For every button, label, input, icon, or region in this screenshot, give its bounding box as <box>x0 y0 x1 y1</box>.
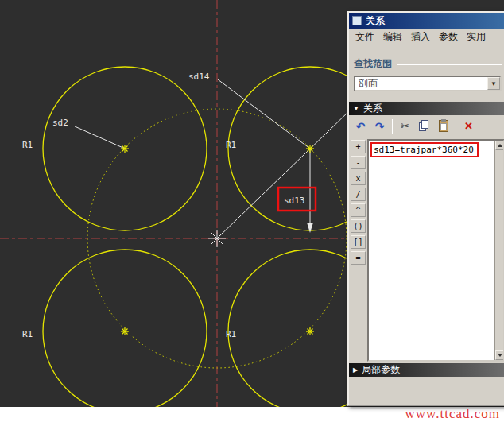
scissors-icon: ✂ <box>401 121 409 131</box>
toolbar-separator <box>456 119 456 134</box>
radius-label-top-right[interactable]: R1 <box>226 140 236 150</box>
paste-button[interactable] <box>434 117 452 135</box>
relations-text-area[interactable]: sd13=trajpar*360*20 <box>367 139 504 362</box>
chevron-down-icon: ▼ <box>490 80 497 87</box>
paste-icon <box>439 120 448 132</box>
watermark-text: www.ttcad.com <box>405 406 500 422</box>
undo-icon: ↶ <box>356 121 366 132</box>
copy-icon <box>419 120 429 132</box>
delete-x-icon: ✕ <box>464 121 473 131</box>
toolbar-separator <box>392 119 393 134</box>
dimension-label-sd13[interactable]: sd13 <box>284 196 305 206</box>
dimension-arrowhead <box>307 223 313 233</box>
application-screen: sd14 sd2 sd13 R1 R1 R1 R1 关系 文件 编辑 插入 参数… <box>0 0 504 426</box>
dimension-label-sd2[interactable]: sd2 <box>52 118 68 128</box>
undo-button[interactable]: ↶ <box>351 117 370 135</box>
copy-button[interactable] <box>415 117 433 135</box>
look-in-group: 查找范围 <box>354 57 502 71</box>
relation-editor: + - x / ^ () [] = sd13=trajpar*360*20 <box>351 139 504 362</box>
relations-section-label: 关系 <box>363 102 382 115</box>
operator-parentheses-button[interactable]: () <box>351 219 366 233</box>
cut-button[interactable]: ✂ <box>396 117 414 135</box>
menu-utilities[interactable]: 实用 <box>463 29 490 45</box>
relations-dialog: 关系 文件 编辑 插入 参数 实用 查找范围 剖面 ▼ ▼ 关系 ↶ ↷ <box>347 11 504 406</box>
center-point-marker-top-left[interactable] <box>121 145 129 153</box>
operator-multiply-button[interactable]: x <box>351 172 366 185</box>
center-point-marker-top-right[interactable] <box>306 145 314 153</box>
radius-label-top-left[interactable]: R1 <box>22 140 33 150</box>
text-caret <box>475 145 475 155</box>
look-in-combobox[interactable]: 剖面 ▼ <box>354 76 502 91</box>
combobox-dropdown-button[interactable]: ▼ <box>487 77 500 90</box>
delete-button[interactable]: ✕ <box>459 117 478 135</box>
dialog-title-bar[interactable]: 关系 <box>349 13 504 29</box>
look-in-value: 剖面 <box>355 77 487 91</box>
scroll-down-button[interactable] <box>495 350 504 360</box>
menu-file[interactable]: 文件 <box>351 29 378 45</box>
redo-icon: ↷ <box>375 121 385 132</box>
operator-plus-button[interactable]: + <box>351 140 366 153</box>
expression-highlight-box: sd13=trajpar*360*20 <box>370 142 479 157</box>
operator-power-button[interactable]: ^ <box>351 203 366 217</box>
center-point-marker-bottom-left[interactable] <box>121 327 129 335</box>
operator-palette: + - x / ^ () [] = <box>351 139 366 362</box>
menu-edit[interactable]: 编辑 <box>379 29 406 45</box>
dimension-label-sd14[interactable]: sd14 <box>188 72 210 82</box>
operator-equals-button[interactable]: = <box>351 251 366 265</box>
redo-button[interactable]: ↷ <box>370 117 389 135</box>
operator-brackets-button[interactable]: [] <box>351 235 366 249</box>
operator-minus-button[interactable]: - <box>351 156 366 169</box>
relation-expression[interactable]: sd13=trajpar*360*20 <box>374 145 474 155</box>
operator-divide-button[interactable]: / <box>351 188 366 201</box>
look-in-label: 查找范围 <box>354 57 392 71</box>
center-point-marker-bottom-right[interactable] <box>306 327 314 335</box>
radius-label-bottom-right[interactable]: R1 <box>226 329 236 339</box>
relations-section-header[interactable]: ▼ 关系 <box>349 102 504 115</box>
relations-text-content[interactable]: sd13=trajpar*360*20 <box>369 141 494 360</box>
dialog-footer-area <box>349 377 504 405</box>
vertical-scrollbar[interactable] <box>494 141 503 360</box>
sd2-leader-line <box>75 126 125 149</box>
window-icon <box>352 16 362 25</box>
dialog-title: 关系 <box>366 14 385 28</box>
local-parameters-label: 局部参数 <box>362 363 400 377</box>
angle-dimension-line <box>217 110 350 238</box>
scroll-up-button[interactable] <box>495 141 504 150</box>
radius-label-bottom-left[interactable]: R1 <box>22 329 33 339</box>
section-expanded-icon: ▼ <box>353 106 359 112</box>
section-collapsed-icon: ▶ <box>353 367 358 374</box>
group-divider <box>397 64 502 65</box>
relations-toolbar: ↶ ↷ ✂ ✕ <box>349 115 504 137</box>
sd14-leader-line <box>218 79 310 149</box>
local-parameters-section-header[interactable]: ▶ 局部参数 <box>349 363 504 377</box>
arrow-up-icon <box>498 144 502 147</box>
menu-bar: 文件 编辑 插入 参数 实用 <box>349 29 504 45</box>
menu-parameters[interactable]: 参数 <box>435 29 462 45</box>
arrow-down-icon <box>498 354 502 357</box>
menu-insert[interactable]: 插入 <box>407 29 434 45</box>
